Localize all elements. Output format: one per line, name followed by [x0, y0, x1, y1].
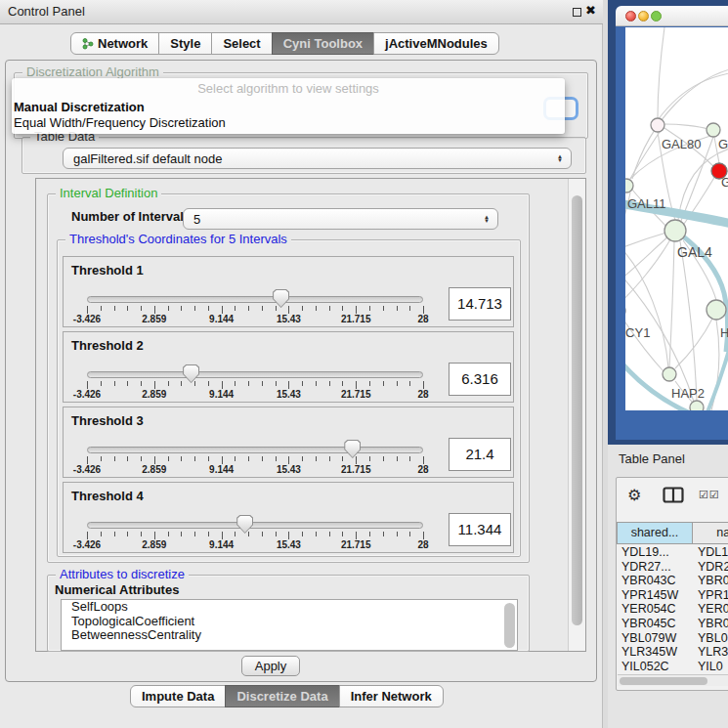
attribute-item-selfloops[interactable]: SelfLoops [62, 600, 517, 615]
slider-tick [276, 532, 277, 536]
mac-close-button[interactable] [625, 11, 636, 21]
apply-button[interactable]: Apply [241, 656, 300, 676]
viewport-scrollbar-thumb[interactable] [572, 195, 582, 625]
slider-tick [141, 306, 142, 311]
slider-tick [342, 532, 343, 536]
network-node[interactable] [664, 220, 686, 241]
tab-select[interactable]: Select [211, 32, 272, 55]
network-node[interactable] [707, 123, 720, 137]
tab-label: Impute Data [142, 689, 214, 704]
table-horizontal-scrollbar[interactable] [618, 674, 728, 686]
slider-tick [101, 306, 102, 311]
combo-down-icon: ▼ [557, 158, 563, 163]
slider-tick [356, 532, 357, 539]
network-node[interactable] [625, 179, 633, 193]
attributes-group-title: Attributes to discretize [56, 567, 189, 581]
slider-track[interactable] [87, 522, 423, 529]
slider-tick-label: -3.426 [73, 464, 101, 475]
gear-icon[interactable]: ⚙ [627, 486, 641, 504]
table-row[interactable]: YPR145WYPR1 [618, 588, 728, 603]
mac-zoom-button[interactable] [651, 11, 662, 21]
slider-tick [168, 532, 169, 536]
network-canvas[interactable]: GAL80GAGGAL11GAL4GCY1HHAP2 [625, 27, 728, 410]
viewport-scrollbar[interactable] [568, 179, 585, 651]
table-data-combobox[interactable]: galFiltered.sif default node ▲ ▼ [63, 148, 572, 169]
column-layout-icon[interactable] [663, 487, 684, 507]
table-hscrollbar-thumb[interactable] [620, 677, 707, 685]
slider-tick [342, 456, 343, 461]
numerical-attributes-list[interactable]: SelfLoopsTopologicalCoefficientBetweenne… [61, 599, 518, 651]
slider-track[interactable] [87, 296, 423, 303]
tab-label: Discretize Data [236, 689, 327, 704]
table-row[interactable]: YDR27...YDR2 [618, 560, 728, 575]
column-header-shared-[interactable]: shared... [617, 522, 693, 544]
mac-minimize-button[interactable] [638, 11, 649, 21]
slider-tick [329, 532, 330, 536]
attribute-item-topologicalcoefficient[interactable]: TopologicalCoefficient [62, 615, 517, 629]
cell-shared-name: YPR145W [618, 588, 694, 603]
table-row[interactable]: YLR345WYLR3 [618, 645, 728, 660]
cell-shared-name: YBR045C [618, 617, 694, 631]
slider-tick [369, 532, 370, 536]
table-rows: YDL19...YDL1YDR27...YDR2YBR043CYBR0YPR14… [618, 545, 728, 673]
tab-cyni-toolbox[interactable]: Cyni Toolbox [272, 32, 374, 55]
cell-name: YDL1 [694, 545, 728, 560]
cell-name: YDR2 [694, 560, 728, 575]
tab-network[interactable]: Network [70, 32, 159, 55]
table-row[interactable]: YDL19...YDL1 [618, 545, 728, 560]
slider-tick-label: 15.43 [277, 464, 301, 475]
combo-down-icon: ▼ [484, 219, 490, 224]
slider-tick [276, 456, 277, 461]
network-edge [625, 233, 666, 250]
column-header-name[interactable]: name [692, 522, 728, 544]
network-node[interactable] [690, 401, 704, 410]
algorithm-option-manual-discretization[interactable]: Manual Discretization [14, 100, 561, 115]
slider-track[interactable] [87, 447, 423, 453]
float-window-icon[interactable] [573, 8, 581, 17]
slider-tick [276, 381, 277, 386]
table-row[interactable]: YBR043CYBR0 [618, 574, 728, 588]
slider-tick [154, 456, 155, 464]
list-scrollbar-thumb[interactable] [504, 603, 515, 648]
algorithm-option-equal-width-frequency-discretization[interactable]: Equal Width/Frequency Discretization [14, 115, 561, 131]
network-edge [658, 27, 664, 118]
slider-tick [141, 381, 142, 386]
threshold-value-field[interactable]: 6.316 [449, 363, 511, 396]
network-node[interactable] [707, 300, 726, 320]
combo-stepper-icon: ▲ ▼ [557, 154, 571, 163]
slider-track[interactable] [87, 371, 423, 378]
number-of-intervals-combobox[interactable]: 5 ▲ ▼ [183, 208, 498, 230]
select-columns-checkbox-icons[interactable]: ☑☑ [699, 489, 720, 501]
tab-infer-network[interactable]: Infer Network [339, 685, 444, 707]
slider-thumb[interactable] [183, 364, 199, 383]
slider-thumb[interactable] [236, 515, 253, 534]
network-window-titlebar [616, 6, 728, 26]
threshold-value-field[interactable]: 14.713 [449, 287, 511, 321]
slider-tick [154, 306, 155, 314]
attribute-item-betweennesscentrality[interactable]: BetweennessCentrality [62, 628, 517, 643]
table-row[interactable]: YBL079WYBL0 [618, 631, 728, 646]
table-row[interactable]: YIL052CYIL0 [618, 660, 728, 674]
cell-shared-name: YER054C [618, 602, 694, 617]
slider-thumb[interactable] [344, 440, 361, 458]
network-node[interactable] [663, 367, 676, 381]
tab-impute-data[interactable]: Impute Data [130, 685, 226, 707]
slider-tick [316, 306, 317, 311]
slider-tick [288, 532, 289, 539]
table-row[interactable]: YBR045CYBR0 [618, 617, 728, 631]
slider-tick [383, 381, 384, 386]
number-of-intervals-value: 5 [184, 212, 484, 227]
slider-tick [235, 381, 236, 386]
close-icon[interactable]: ✖ [585, 3, 596, 18]
slider-tick [181, 381, 182, 386]
threshold-value-field[interactable]: 21.4 [449, 438, 511, 471]
cell-name: YBL0 [694, 631, 728, 646]
tab-style[interactable]: Style [158, 32, 212, 55]
threshold-value-field[interactable]: 11.344 [449, 513, 511, 546]
cell-shared-name: YIL052C [618, 660, 694, 674]
network-node[interactable] [651, 118, 664, 132]
table-panel: Table Panel ⚙ ☑☑ shared...name YDL19...Y… [608, 445, 728, 728]
tab-jactivemnodules[interactable]: jActiveMNodules [373, 32, 499, 55]
table-row[interactable]: YER054CYER0 [618, 602, 728, 617]
tab-discretize-data[interactable]: Discretize Data [225, 685, 339, 707]
